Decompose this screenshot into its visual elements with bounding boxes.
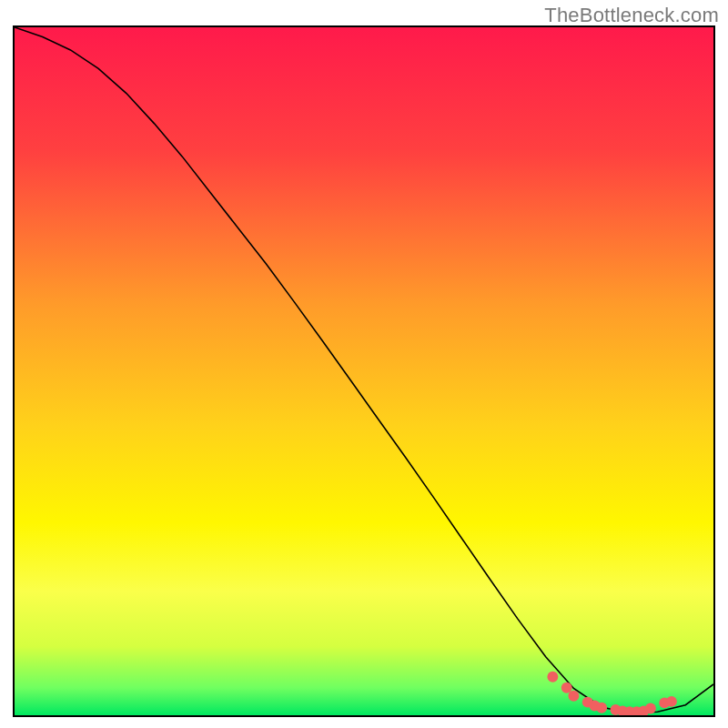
gradient-background [15, 27, 713, 715]
scatter-dot [561, 682, 572, 693]
scatter-dot [568, 691, 579, 702]
scatter-dot [666, 696, 677, 707]
chart-container: TheBottleneck.com [0, 0, 728, 728]
chart-svg [15, 27, 713, 715]
scatter-dot [547, 672, 558, 682]
scatter-dot [596, 703, 607, 713]
watermark-text: TheBottleneck.com [544, 4, 719, 27]
scatter-dot [645, 703, 656, 713]
plot-area [13, 25, 715, 717]
